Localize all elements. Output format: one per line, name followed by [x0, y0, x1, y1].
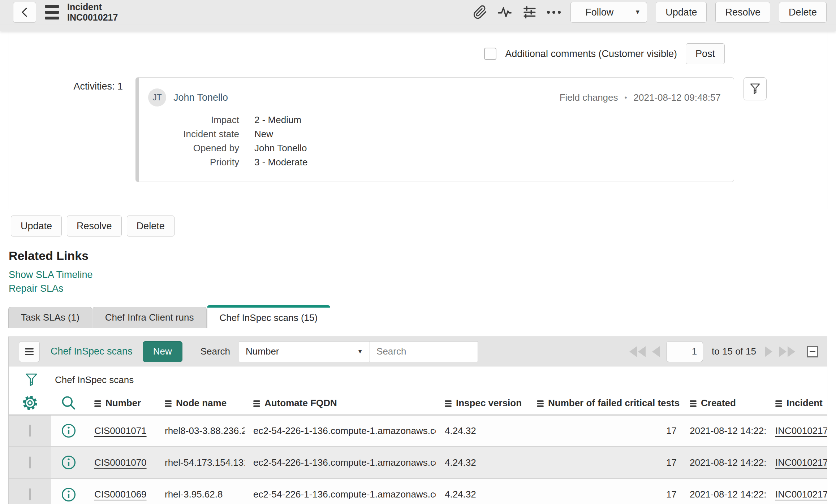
additional-comments-label: Additional comments (Customer visible) [505, 48, 677, 60]
column-label: Number [105, 397, 141, 408]
incident-link[interactable]: INC0010217 [775, 457, 827, 468]
cell-created: 2021-08-12 14:22:32 [681, 478, 767, 504]
follow-dropdown-button[interactable]: ▼ [628, 2, 647, 23]
column-label: Created [701, 397, 736, 408]
column-header-automate-fqdn[interactable]: Automate FQDN [245, 392, 436, 415]
funnel-icon [749, 82, 761, 95]
column-header-number[interactable]: Number [86, 392, 156, 415]
incident-link[interactable]: INC0010217 [775, 489, 827, 500]
column-header-search[interactable] [51, 392, 86, 415]
back-button[interactable] [13, 2, 36, 23]
scans-table: Number Node name Automate FQDN Inspec ve… [9, 392, 827, 504]
cell-created: 2021-08-12 14:22:36 [681, 415, 767, 447]
scan-number-link[interactable]: CIS0001070 [94, 457, 147, 468]
row-checkbox[interactable] [29, 456, 31, 469]
previous-page-button[interactable] [652, 346, 660, 357]
column-header-created[interactable]: Created [681, 392, 767, 415]
minimize-icon [807, 346, 818, 357]
cell-incident: INC0010217 [767, 478, 827, 504]
page-number-input[interactable] [666, 341, 703, 362]
column-header-node-name[interactable]: Node name [156, 392, 245, 415]
scan-number-link[interactable]: CIS0001071 [94, 425, 147, 436]
field-change-label: Priority [148, 155, 239, 169]
field-change-value: 2 - Medium [254, 113, 723, 127]
gear-icon [9, 395, 51, 411]
activity-entry: JT John Tonello Field changes • 2021-08-… [135, 77, 734, 182]
activity-user-name[interactable]: John Tonello [173, 92, 228, 103]
record-id-label: INC0010217 [67, 12, 118, 23]
list-search-input[interactable] [370, 341, 478, 362]
chevron-down-icon: ▼ [357, 348, 363, 355]
field-change-label: Incident state [148, 127, 239, 141]
new-button[interactable]: New [143, 341, 182, 362]
info-icon[interactable] [51, 455, 86, 470]
repair-slas-link[interactable]: Repair SLAs [9, 282, 836, 295]
next-page-button[interactable] [765, 346, 772, 357]
row-checkbox[interactable] [29, 425, 31, 437]
info-icon[interactable] [51, 423, 86, 438]
activity-timestamp: 2021-08-12 09:48:57 [634, 92, 721, 103]
breadcrumb[interactable]: Chef InSpec scans [55, 374, 134, 386]
row-info-cell [51, 478, 86, 504]
scan-number-link[interactable]: CIS0001069 [94, 489, 147, 500]
paperclip-icon [473, 5, 487, 19]
bullet-separator: • [625, 94, 627, 102]
info-icon[interactable] [51, 487, 86, 502]
list-toolbar: Chef InSpec scans New Search Number ▼ to… [9, 337, 827, 366]
record-type-label: Incident [67, 2, 118, 12]
record-header: Incident INC0010217 [0, 0, 836, 25]
activities-section: Activities: 1 JT John Tonello Field chan… [9, 77, 827, 182]
search-label: Search [201, 346, 230, 357]
activity-stream-button[interactable] [497, 4, 513, 20]
field-change-value: John Tonello [254, 141, 723, 155]
context-menu-button[interactable] [45, 11, 59, 14]
column-header-inspec-version[interactable]: Inspec version [436, 392, 528, 415]
form-action-buttons: Update Resolve Delete [11, 216, 836, 236]
cell-failed-critical-tests: 17 [528, 478, 681, 504]
search-icon [51, 395, 86, 411]
column-menu-icon [94, 403, 101, 404]
list-breadcrumb-row: Chef InSpec scans [9, 366, 827, 392]
follow-button[interactable]: Follow [570, 2, 628, 23]
list-title[interactable]: Chef InSpec scans [51, 346, 133, 357]
table-row: CIS0001069 rhel-3.95.62.8 ec2-54-226-1-1… [9, 478, 827, 504]
search-field-select[interactable]: Number ▼ [239, 341, 370, 362]
first-page-button[interactable] [629, 346, 646, 357]
column-label: Node name [176, 397, 227, 408]
column-header-failed-critical-tests[interactable]: Number of failed critical tests [528, 392, 681, 415]
collapse-list-button[interactable] [807, 346, 818, 357]
resolve-button-header[interactable]: Resolve [715, 2, 770, 23]
row-checkbox[interactable] [29, 488, 31, 500]
tab-chef-infra-client-runs[interactable]: Chef Infra Client runs [92, 307, 207, 328]
resolve-button[interactable]: Resolve [67, 216, 122, 236]
column-header-incident[interactable]: Incident [767, 392, 827, 415]
activity-entry-header: JT John Tonello Field changes • 2021-08-… [148, 88, 723, 107]
double-arrow-left-icon [638, 346, 646, 357]
tab-chef-inspec-scans[interactable]: Chef InSpec scans (15) [207, 305, 331, 328]
last-page-button[interactable] [779, 346, 795, 357]
delete-button-header[interactable]: Delete [779, 2, 827, 23]
post-button[interactable]: Post [686, 43, 725, 64]
filter-funnel-icon[interactable] [25, 372, 38, 387]
personalize-form-button[interactable] [521, 4, 537, 20]
field-change-value: New [254, 127, 723, 141]
column-header-gear[interactable] [9, 392, 51, 415]
tab-task-slas[interactable]: Task SLAs (1) [8, 307, 92, 328]
header-divider [0, 25, 836, 31]
update-button-header[interactable]: Update [656, 2, 707, 23]
field-changes-list: Impact 2 - Medium Incident state New Ope… [148, 113, 723, 169]
incident-link[interactable]: INC0010217 [775, 425, 827, 436]
activity-filter-button[interactable] [744, 77, 767, 100]
column-label: Inspec version [456, 397, 522, 408]
cell-automate-fqdn: ec2-54-226-1-136.compute-1.amazonaws.com [245, 447, 436, 478]
row-checkbox-cell [9, 447, 51, 478]
additional-comments-checkbox[interactable] [484, 48, 496, 60]
show-sla-timeline-link[interactable]: Show SLA Timeline [9, 268, 836, 282]
cell-number: CIS0001071 [86, 415, 156, 447]
incident-form-panel: Additional comments (Customer visible) P… [9, 31, 827, 209]
list-context-menu-button[interactable] [19, 341, 40, 362]
more-options-button[interactable] [546, 4, 562, 20]
delete-button[interactable]: Delete [127, 216, 174, 236]
attachment-button[interactable] [472, 4, 488, 20]
update-button[interactable]: Update [11, 216, 62, 236]
